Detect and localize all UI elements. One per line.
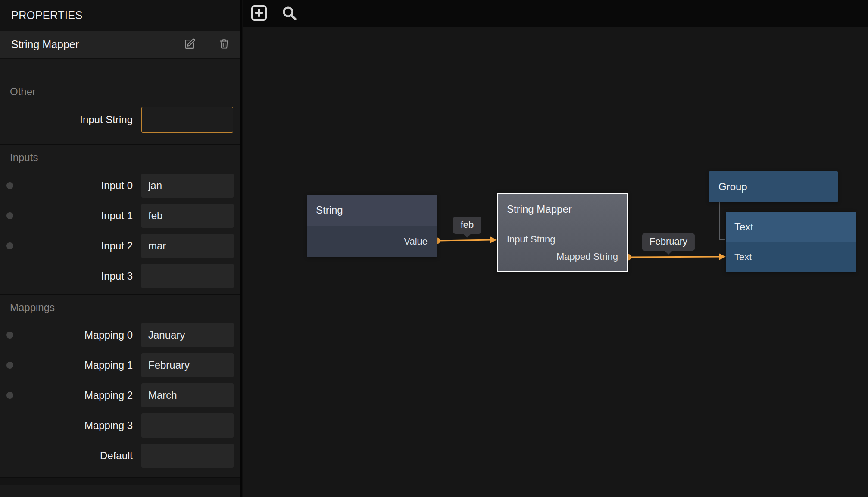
plus-icon <box>250 4 268 23</box>
mapping-row-0: Mapping 0 <box>0 323 240 347</box>
inputs-rows: Input 0 Input 1 Input 2 Input 3 <box>0 174 240 288</box>
mapping-row-default: Default <box>0 444 240 468</box>
input-row-label: Input 1 <box>0 210 133 222</box>
node-text[interactable]: Text Text <box>726 212 856 272</box>
section-divider <box>0 144 240 145</box>
wire-arrowhead-icon <box>719 253 726 260</box>
section-label-mappings: Mappings <box>0 301 240 314</box>
properties-panel: PROPERTIES String Mapper <box>0 0 242 497</box>
node-canvas[interactable]: String Value String Mapper Input String … <box>243 0 868 497</box>
mapping-row-label: Mapping 2 <box>0 389 133 401</box>
group-child-connector <box>720 202 725 240</box>
edit-name-button[interactable] <box>184 39 196 51</box>
mapping-row-label: Mapping 3 <box>0 419 133 432</box>
input-row-1: Input 1 <box>0 204 240 228</box>
port-dot[interactable] <box>6 392 13 399</box>
port-dot[interactable] <box>6 362 13 369</box>
pencil-icon <box>184 38 196 51</box>
input-row-field[interactable] <box>141 264 234 288</box>
input-string-label: Input String <box>0 114 133 126</box>
input-row-3: Input 3 <box>0 264 240 288</box>
search-button[interactable] <box>280 4 298 22</box>
input-row-0: Input 0 <box>0 174 240 198</box>
section-label-other: Other <box>0 85 240 98</box>
wire-value-label: feb <box>453 217 481 234</box>
node-group[interactable]: Group <box>709 171 838 202</box>
port-dot[interactable] <box>6 332 13 339</box>
trash-icon <box>219 38 230 51</box>
section-divider <box>0 294 240 295</box>
node-string[interactable]: String Value <box>307 195 437 257</box>
port-dot[interactable] <box>6 212 13 219</box>
mapping-row-field[interactable] <box>141 383 234 407</box>
mapping-row-3: Mapping 3 <box>0 413 240 438</box>
mapping-row-label: Mapping 1 <box>0 359 133 371</box>
node-title: Text <box>726 212 856 242</box>
input-row-field[interactable] <box>141 204 234 228</box>
node-title: String <box>307 195 437 226</box>
output-port-label: Value <box>404 236 428 247</box>
input-port-label: Text <box>726 242 856 272</box>
input-row-field[interactable] <box>141 174 234 198</box>
input-port-label: Input String <box>507 234 556 245</box>
canvas-toolbar <box>243 0 868 27</box>
panel-header: PROPERTIES <box>0 0 240 31</box>
mapping-row-2: Mapping 2 <box>0 383 240 407</box>
node-string-mapper[interactable]: String Mapper Input String Mapped String <box>497 193 628 272</box>
mappings-rows: Mapping 0 Mapping 1 Mapping 2 Mapping 3 … <box>0 323 240 468</box>
input-row-2: Input 2 <box>0 234 240 258</box>
delete-node-button[interactable] <box>218 39 230 51</box>
input-row-label: Input 0 <box>0 180 133 192</box>
mapping-row-field[interactable] <box>141 353 234 377</box>
mapping-row-1: Mapping 1 <box>0 353 240 377</box>
port-dot[interactable] <box>6 242 13 249</box>
mapping-row-label: Default <box>0 450 133 462</box>
add-node-button[interactable] <box>250 4 268 22</box>
node-output-row: Value <box>307 226 437 257</box>
wire-value-label: February <box>642 233 695 251</box>
panel-footer <box>0 478 240 485</box>
input-row-field[interactable] <box>141 234 234 258</box>
selected-node-title: String Mapper <box>11 38 184 51</box>
mapping-row-label: Mapping 0 <box>0 329 133 341</box>
node-title: String Mapper <box>507 203 572 215</box>
selected-node-row: String Mapper <box>0 31 240 59</box>
input-row-label: Input 3 <box>0 270 133 282</box>
mapping-row-field[interactable] <box>141 413 234 438</box>
wire-february[interactable] <box>625 253 726 261</box>
port-dot[interactable] <box>6 182 13 189</box>
app-window: PROPERTIES String Mapper <box>0 0 868 497</box>
mapping-row-field[interactable] <box>141 323 234 347</box>
panel-title: PROPERTIES <box>11 9 83 22</box>
wire-arrowhead-icon <box>490 236 497 243</box>
output-port-label: Mapped String <box>556 251 618 262</box>
input-string-field[interactable] <box>141 107 233 133</box>
input-string-row: Input String <box>0 107 240 133</box>
mapping-row-field[interactable] <box>141 444 234 468</box>
magnifier-icon <box>281 5 297 22</box>
input-row-label: Input 2 <box>0 240 133 252</box>
node-title: Group <box>718 181 747 193</box>
section-label-inputs: Inputs <box>0 151 240 164</box>
